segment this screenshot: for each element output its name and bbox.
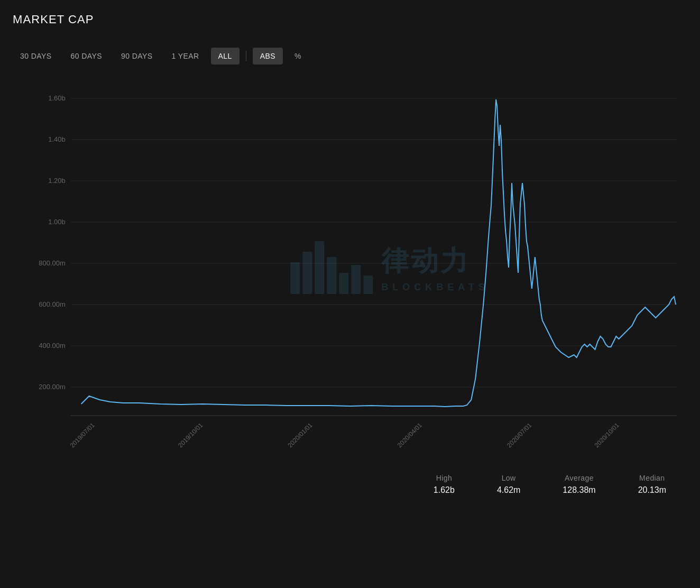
- svg-text:1.20b: 1.20b: [48, 177, 65, 185]
- btn-30d[interactable]: 30 DAYS: [13, 48, 59, 65]
- btn-abs[interactable]: ABS: [253, 48, 283, 65]
- stat-median-label: Median: [638, 474, 666, 482]
- stat-median: Median 20.13m: [638, 474, 666, 495]
- stat-high: High 1.62b: [434, 474, 455, 495]
- page-title: MARKET CAP: [13, 13, 687, 26]
- stat-high-value: 1.62b: [434, 485, 455, 495]
- divider: [246, 51, 246, 61]
- stat-average-label: Average: [563, 474, 595, 482]
- svg-text:800.00m: 800.00m: [39, 259, 65, 267]
- stat-high-label: High: [434, 474, 455, 482]
- svg-text:400.00m: 400.00m: [39, 342, 65, 350]
- market-cap-chart: 1.60b 1.40b 1.20b 1.00b 800.00m 600.00m …: [13, 77, 687, 458]
- svg-text:1.00b: 1.00b: [48, 218, 65, 226]
- btn-pct[interactable]: %: [287, 48, 309, 65]
- svg-text:600.00m: 600.00m: [39, 300, 65, 308]
- btn-all[interactable]: ALL: [211, 48, 240, 65]
- stat-low-value: 4.62m: [497, 485, 520, 495]
- svg-text:1.40b: 1.40b: [48, 135, 65, 143]
- stat-median-value: 20.13m: [638, 485, 666, 495]
- btn-1y[interactable]: 1 YEAR: [164, 48, 207, 65]
- svg-rect-0: [13, 77, 687, 458]
- stat-low: Low 4.62m: [497, 474, 520, 495]
- btn-90d[interactable]: 90 DAYS: [114, 48, 160, 65]
- stat-average-value: 128.38m: [563, 485, 595, 495]
- stat-average: Average 128.38m: [563, 474, 595, 495]
- btn-60d[interactable]: 60 DAYS: [63, 48, 110, 65]
- main-container: MARKET CAP 30 DAYS 60 DAYS 90 DAYS 1 YEA…: [0, 0, 700, 506]
- svg-text:200.00m: 200.00m: [39, 383, 65, 391]
- stats-row: High 1.62b Low 4.62m Average 128.38m Med…: [13, 458, 687, 506]
- svg-text:1.60b: 1.60b: [48, 94, 65, 102]
- chart-area: 律动力 BLOCKBEATS 1.60b 1.40b 1.20b 1.00b 8…: [13, 77, 687, 458]
- time-controls: 30 DAYS 60 DAYS 90 DAYS 1 YEAR ALL ABS %: [13, 48, 687, 65]
- stat-low-label: Low: [497, 474, 520, 482]
